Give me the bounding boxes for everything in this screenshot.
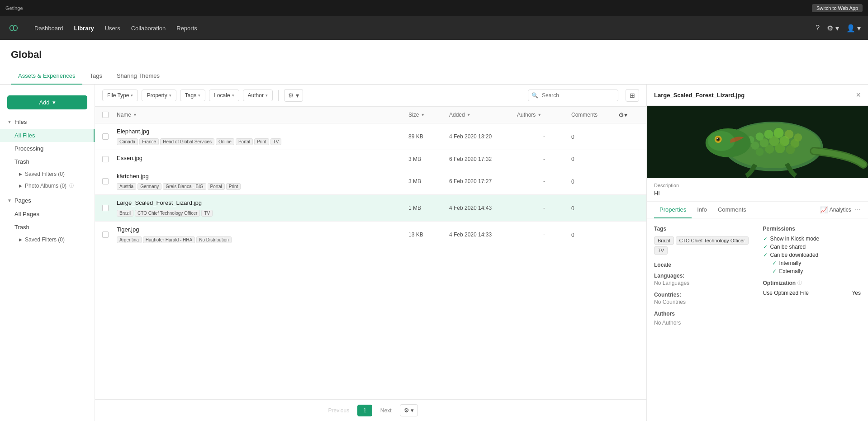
sidebar-sub-saved-filters[interactable]: ▶ Saved Filters (0) xyxy=(0,168,95,180)
row-filename: kärtchen.jpg xyxy=(117,173,149,179)
author-filter[interactable]: Author ▾ xyxy=(243,90,273,101)
check-icon: ✓ xyxy=(763,236,768,242)
sidebar-pages-header[interactable]: ▼ Pages xyxy=(0,194,95,208)
check-icon: ✓ xyxy=(772,260,777,266)
property-filter[interactable]: Property ▾ xyxy=(142,90,176,101)
nav-library[interactable]: Library xyxy=(74,23,94,33)
header-size[interactable]: Size ▼ xyxy=(408,112,449,118)
tag-item: Brazil xyxy=(117,210,133,217)
name-col-label: Name xyxy=(117,112,131,118)
sidebar-files-header[interactable]: ▼ Files xyxy=(0,115,95,129)
pagination-gear-button[interactable]: ⚙ ▾ xyxy=(400,404,418,416)
detail-description-label: Description xyxy=(654,183,861,188)
search-wrap: 🔍 xyxy=(528,90,618,101)
tab-tags[interactable]: Tags xyxy=(82,68,109,85)
sidebar-item-trash-pages[interactable]: Trash xyxy=(0,221,95,234)
detail-tag-tv: TV xyxy=(654,246,668,255)
row-comments-col: 0 xyxy=(571,156,617,162)
row-comments: 0 xyxy=(571,156,574,162)
tag-item: Portal xyxy=(208,183,225,190)
header-added[interactable]: Added ▼ xyxy=(449,112,517,118)
tag-item: Online xyxy=(216,138,234,145)
row-authors-col: - xyxy=(517,205,571,211)
nav-users[interactable]: Users xyxy=(105,23,120,33)
tab-sharing-themes[interactable]: Sharing Themes xyxy=(109,68,167,85)
tags-filter[interactable]: Tags ▾ xyxy=(180,90,205,101)
page-1-button[interactable]: 1 xyxy=(357,405,372,416)
close-detail-button[interactable]: × xyxy=(856,91,861,99)
analytics-icon: 📈 xyxy=(820,206,828,213)
tab-assets-experiences[interactable]: Assets & Experiences xyxy=(11,68,82,85)
row-checkbox[interactable] xyxy=(102,231,109,238)
detail-countries-field: Countries: No Countries xyxy=(654,292,752,305)
row-size-col: 1 MB xyxy=(408,205,449,211)
use-optimized-label: Use Optimized File xyxy=(763,290,809,296)
main-layout: Add ▾ ▼ Files All Files Processing Trash… xyxy=(0,85,868,421)
page-title: Global xyxy=(11,49,857,61)
pagination-next[interactable]: Next xyxy=(376,405,396,416)
row-checkbox[interactable] xyxy=(102,133,109,140)
property-chevron-icon: ▾ xyxy=(169,93,171,98)
header-checkbox-col xyxy=(102,112,117,118)
sidebar-all-pages-label: All Pages xyxy=(14,211,39,217)
nav-dashboard[interactable]: Dashboard xyxy=(34,23,63,33)
pagination-previous[interactable]: Previous xyxy=(323,405,354,416)
more-options-button[interactable]: ··· xyxy=(855,206,861,214)
detail-tag-brazil: Brazil xyxy=(654,236,674,245)
sidebar-photo-albums-label: Photo Albums (0) xyxy=(25,183,66,189)
header-authors[interactable]: Authors ▼ xyxy=(517,112,571,118)
sidebar-item-trash-files[interactable]: Trash xyxy=(0,155,95,168)
row-checkbox[interactable] xyxy=(102,178,109,184)
gear-chevron-icon: ▾ xyxy=(296,92,299,99)
sidebar-saved-filters-label: Saved Filters (0) xyxy=(25,171,65,177)
tag-item: Print xyxy=(226,183,241,190)
select-all-checkbox[interactable] xyxy=(102,112,109,118)
row-comments-col: 0 xyxy=(571,178,617,185)
user-button[interactable]: 👤 ▾ xyxy=(846,24,861,33)
table-row[interactable]: Large_Scaled_Forest_Lizard.jpg Brazil CT… xyxy=(95,195,646,222)
detail-tab-properties[interactable]: Properties xyxy=(654,202,692,218)
header-name[interactable]: Name ▼ xyxy=(117,112,408,118)
table-row[interactable]: Tiger.jpg Argentina Haghofer Harald - HH… xyxy=(95,222,646,248)
file-type-filter[interactable]: File Type ▾ xyxy=(102,90,138,101)
row-checkbox[interactable] xyxy=(102,156,109,162)
add-button[interactable]: Add ▾ xyxy=(7,95,87,109)
locale-filter[interactable]: Locale ▾ xyxy=(209,90,239,101)
search-input[interactable] xyxy=(528,90,618,101)
detail-tab-comments[interactable]: Comments xyxy=(712,202,752,218)
row-authors-col: - xyxy=(517,231,571,238)
row-filename: Large_Scaled_Forest_Lizard.jpg xyxy=(117,199,202,206)
sidebar: Add ▾ ▼ Files All Files Processing Trash… xyxy=(0,85,95,421)
table-row[interactable]: Elephant.jpg Canada France Head of Globa… xyxy=(95,123,646,150)
row-filename: Elephant.jpg xyxy=(117,128,149,135)
detail-tab-info[interactable]: Info xyxy=(692,202,712,218)
nav-collaboration[interactable]: Collaboration xyxy=(131,23,166,33)
property-label: Property xyxy=(147,92,167,99)
sidebar-item-processing[interactable]: Processing xyxy=(0,142,95,155)
sidebar-processing-label: Processing xyxy=(14,145,43,152)
nav-reports[interactable]: Reports xyxy=(176,23,197,33)
switch-web-app-button[interactable]: Switch to Web App xyxy=(812,4,863,12)
sidebar-section-pages: ▼ Pages All Pages Trash ▶ Saved Filters … xyxy=(0,194,95,246)
row-date: 4 Feb 2020 14:43 xyxy=(449,205,492,211)
sidebar-sub-photo-albums[interactable]: ▶ Photo Albums (0) ⓘ xyxy=(0,180,95,192)
analytics-button[interactable]: 📈 Analytics xyxy=(820,206,851,213)
grid-view-button[interactable]: ⊞ xyxy=(626,89,639,102)
toolbar-gear-button[interactable]: ⚙ ▾ xyxy=(284,89,303,102)
row-added-col: 6 Feb 2020 17:32 xyxy=(449,156,517,162)
detail-languages-value: No Languages xyxy=(654,280,752,286)
perm-downloaded-label: Can be downloaded xyxy=(770,252,819,258)
table-gear-button[interactable]: ⚙▾ xyxy=(617,110,629,119)
row-size: 89 KB xyxy=(408,133,423,140)
sidebar-item-all-files[interactable]: All Files xyxy=(0,129,95,142)
sidebar-sub-saved-filters-pages[interactable]: ▶ Saved Filters (0) xyxy=(0,234,95,246)
row-name-col: Tiger.jpg Argentina Haghofer Harald - HH… xyxy=(117,226,408,243)
table-row[interactable]: kärtchen.jpg Austria Germany Greis Bianc… xyxy=(95,168,646,195)
sidebar-item-all-pages[interactable]: All Pages xyxy=(0,208,95,221)
row-added-col: 4 Feb 2020 14:33 xyxy=(449,231,517,238)
help-button[interactable]: ? xyxy=(816,24,820,32)
table-row[interactable]: Essen.jpg 3 MB 6 Feb 2020 17:32 - 0 xyxy=(95,150,646,168)
settings-button[interactable]: ⚙ ▾ xyxy=(827,24,839,33)
row-checkbox[interactable] xyxy=(102,205,109,211)
row-comments: 0 xyxy=(571,179,574,185)
